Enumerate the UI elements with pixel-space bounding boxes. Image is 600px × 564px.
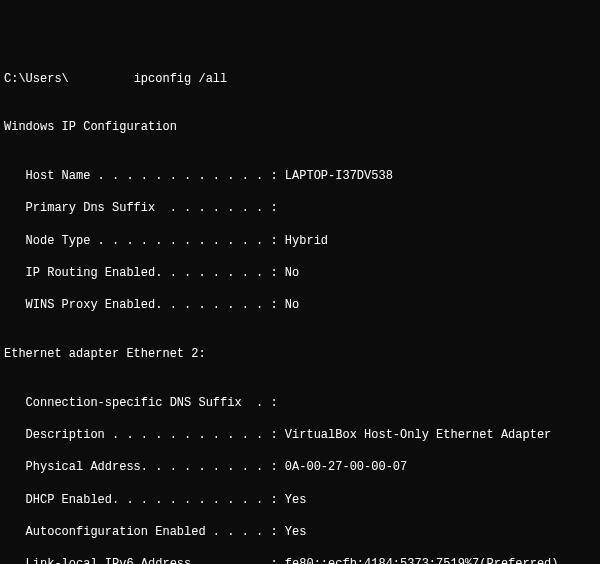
prompt-line[interactable]: C:\Users\ ipconfig /all bbox=[4, 71, 600, 87]
section-header-ipconfig: Windows IP Configuration bbox=[4, 119, 600, 135]
eth2-link-local-ipv6: Link-local IPv6 Address . . . . . : fe80… bbox=[4, 556, 600, 564]
eth2-dhcp-enabled: DHCP Enabled. . . . . . . . . . . : Yes bbox=[4, 492, 600, 508]
eth2-physical-address: Physical Address. . . . . . . . . : 0A-0… bbox=[4, 459, 600, 475]
prompt-prefix: C:\Users\ bbox=[4, 72, 69, 86]
eth2-conn-dns-suffix: Connection-specific DNS Suffix . : bbox=[4, 395, 600, 411]
wins-proxy-enabled: WINS Proxy Enabled. . . . . . . . : No bbox=[4, 297, 600, 313]
command-text: ipconfig /all bbox=[119, 72, 227, 86]
eth2-autoconf-enabled: Autoconfiguration Enabled . . . . : Yes bbox=[4, 524, 600, 540]
ip-routing-enabled: IP Routing Enabled. . . . . . . . : No bbox=[4, 265, 600, 281]
redacted-username bbox=[69, 71, 119, 87]
primary-dns-suffix: Primary Dns Suffix . . . . . . . : bbox=[4, 200, 600, 216]
node-type: Node Type . . . . . . . . . . . . : Hybr… bbox=[4, 233, 600, 249]
eth2-description: Description . . . . . . . . . . . : Virt… bbox=[4, 427, 600, 443]
host-name: Host Name . . . . . . . . . . . . : LAPT… bbox=[4, 168, 600, 184]
adapter-header-eth2: Ethernet adapter Ethernet 2: bbox=[4, 346, 600, 362]
